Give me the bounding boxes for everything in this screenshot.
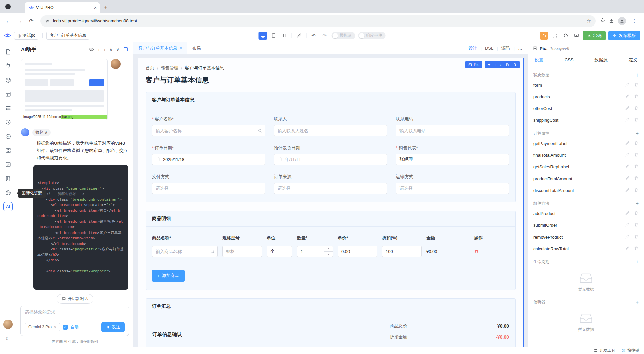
spec-input[interactable] <box>222 246 262 257</box>
delete-icon[interactable] <box>634 106 639 112</box>
new-chat-button[interactable]: 开启新对话 <box>57 294 93 304</box>
scroll-down-icon[interactable]: ↓ <box>103 47 106 52</box>
ai-assistant-icon[interactable]: AI <box>3 202 13 211</box>
breadcrumb-item[interactable]: 销售管理 <box>161 65 178 71</box>
state-item[interactable]: shippingCost <box>533 114 639 126</box>
url-text[interactable]: lcdp.vtj.pro/designer/#/web/samchen08.te… <box>53 18 583 23</box>
edit-pencil-icon[interactable] <box>625 246 630 252</box>
payment-method-select[interactable]: 请选择 <box>152 183 265 194</box>
publish-template-button[interactable]: 发布模板 <box>608 31 640 40</box>
designed-page[interactable]: Pic + ↑ ↓ 首页/销售管理/客户与订单基本信息/ 客户与订 <box>138 58 524 347</box>
templates-icon[interactable] <box>3 89 13 99</box>
outline-icon[interactable] <box>3 103 13 113</box>
tab-close-icon[interactable]: × <box>94 5 97 10</box>
order-date-input[interactable] <box>152 154 265 165</box>
vtj-logo[interactable]: </> <box>4 33 11 39</box>
edit-pencil-icon[interactable] <box>625 234 630 240</box>
price-input[interactable] <box>338 246 377 257</box>
auto-checkbox[interactable]: ✓ <box>63 325 68 330</box>
panel-layout-icon[interactable] <box>123 47 128 52</box>
refresh-button[interactable] <box>561 32 570 40</box>
delete-icon[interactable] <box>634 164 639 170</box>
address-bar[interactable]: lcdp.vtj.pro/designer/#/web/samchen08.te… <box>40 15 596 27</box>
canvas-tab-page[interactable]: 客户与订单基本信息 × <box>133 42 187 54</box>
ship-date-input[interactable] <box>274 154 387 165</box>
eye-icon[interactable] <box>89 47 94 52</box>
current-page-chip[interactable]: 客户与订单基本信息 <box>46 32 89 40</box>
order-source-select[interactable]: 请选择 <box>274 183 387 194</box>
blocks-icon[interactable] <box>3 75 13 85</box>
apps-icon[interactable] <box>3 146 13 155</box>
increase-icon[interactable]: ▴ <box>324 246 333 252</box>
plugins-icon[interactable] <box>3 61 13 70</box>
history-icon[interactable] <box>3 117 13 127</box>
ai-prompt-input[interactable]: 请描述您的需求 <box>25 309 125 322</box>
undo-icon[interactable]: ↶ <box>310 32 318 40</box>
delete-icon[interactable] <box>513 63 517 67</box>
bookmark-star-icon[interactable]: ☆ <box>587 18 591 24</box>
computed-item[interactable]: productTotalAmount <box>533 173 639 185</box>
edit-pencil-icon[interactable] <box>625 82 630 88</box>
edit-pencil-icon[interactable] <box>625 211 630 217</box>
profile-avatar[interactable] <box>618 17 626 25</box>
back-icon[interactable]: ← <box>3 16 13 26</box>
screenshot-button[interactable] <box>551 32 559 40</box>
preview-button[interactable] <box>572 32 580 40</box>
contact-phone-input[interactable] <box>396 125 509 136</box>
codegen-button[interactable]: 出码 <box>583 31 606 40</box>
method-item[interactable]: calculateRowTotal <box>533 243 639 255</box>
method-item[interactable]: submitOrder <box>533 219 639 231</box>
add-icon[interactable]: + <box>636 300 639 305</box>
discount-input[interactable] <box>382 246 422 257</box>
reload-icon[interactable]: ⟳ <box>26 16 36 26</box>
quantity-stepper[interactable]: ▴ ▾ <box>297 246 333 257</box>
delete-icon[interactable] <box>634 188 639 194</box>
code-block[interactable]: <template> <div class="page-container"> … <box>33 165 128 290</box>
state-item[interactable]: products <box>533 91 639 103</box>
delete-icon[interactable] <box>634 117 639 123</box>
sales-rep-select[interactable]: 张经理 <box>396 154 509 165</box>
delete-icon[interactable] <box>634 152 639 158</box>
copy-icon[interactable] <box>505 63 509 67</box>
state-item[interactable]: otherCost <box>533 103 639 114</box>
shortcuts-link[interactable]: ⌘ 快捷键 <box>622 348 639 353</box>
delete-icon[interactable] <box>634 94 639 100</box>
theme-moon-icon[interactable]: ☾ <box>3 334 13 343</box>
edit-pencil-icon[interactable] <box>625 176 630 182</box>
decrease-icon[interactable]: ▾ <box>324 252 333 257</box>
event-response-toggle[interactable]: 响应事件 <box>358 32 386 39</box>
selection-chip[interactable]: Pic <box>465 61 482 68</box>
state-item[interactable]: form <box>533 79 639 91</box>
move-up-icon[interactable]: ↑ <box>494 62 496 67</box>
mode-more-icon[interactable]: … <box>518 46 522 51</box>
pages-icon[interactable] <box>3 47 13 56</box>
window-control[interactable] <box>5 4 11 9</box>
delete-icon[interactable] <box>634 222 639 229</box>
contact-name-input[interactable] <box>274 125 387 136</box>
device-mobile-icon[interactable] <box>280 32 289 40</box>
edit-pencil-icon[interactable] <box>625 117 630 123</box>
collapse-toggle[interactable]: 收起 ∧ <box>32 129 51 136</box>
next-message-icon[interactable]: ∨ <box>116 47 119 52</box>
add-icon[interactable]: + <box>636 131 639 136</box>
model-select[interactable]: Gemini 3 Pro ∨ <box>25 323 60 331</box>
tab-definition[interactable]: 定义 <box>629 54 637 66</box>
edit-pencil-icon[interactable] <box>625 152 630 158</box>
i18n-globe-icon[interactable] <box>3 188 13 197</box>
add-product-button[interactable]: + 添加商品 <box>152 270 185 282</box>
add-icon[interactable]: + <box>636 259 639 265</box>
download-icon[interactable] <box>609 18 614 24</box>
extensions-icon[interactable] <box>600 18 605 24</box>
browser-menu-icon[interactable]: ⋮ <box>629 16 639 26</box>
method-item[interactable]: removeProduct <box>533 231 639 243</box>
delete-icon[interactable] <box>634 176 639 182</box>
edit-pencil-icon[interactable] <box>625 188 630 194</box>
browser-tab[interactable]: </> VTJ.PRO × <box>25 2 100 13</box>
device-desktop-icon[interactable] <box>259 32 267 40</box>
delete-icon[interactable] <box>634 211 639 217</box>
mode-source[interactable]: 源码 <box>501 45 510 51</box>
new-tab-button[interactable]: + <box>104 4 108 11</box>
lock-button[interactable] <box>540 32 548 40</box>
prev-message-icon[interactable]: ∧ <box>109 47 113 52</box>
simulator-toggle[interactable]: 模拟器 <box>332 32 355 39</box>
